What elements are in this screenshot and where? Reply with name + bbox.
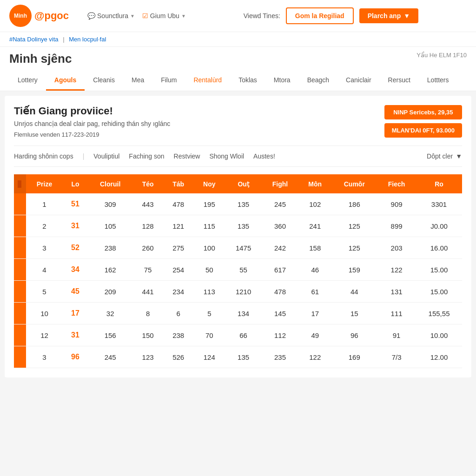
cell-cloruil: 309	[88, 193, 132, 215]
cell-tab: 6	[163, 303, 194, 324]
cell-teo: 123	[132, 346, 163, 368]
cell-fighl: 478	[262, 281, 298, 303]
col-sort-indicator	[14, 174, 26, 193]
table-row: 10 17 32 8 6 5 134 145 17 15 111 155,55	[14, 303, 462, 324]
cell-tab: 478	[163, 193, 194, 215]
table-row: 3 96 245 123 526 124 135 235 122 169 7/3…	[14, 346, 462, 368]
breadcrumb-link-1[interactable]: #Nata Dolinye vita	[9, 36, 59, 43]
page-title: Minh sjênc	[9, 52, 72, 71]
cell-teo: 128	[132, 215, 163, 237]
cell-cloruil: 156	[88, 324, 132, 346]
checkbox-icon: ☑	[142, 12, 148, 20]
logo-minh: Minh	[14, 13, 27, 19]
col-noy: Noy	[193, 174, 225, 193]
cell-fighl: 242	[262, 237, 298, 259]
logo-area: Minh @pgoc	[9, 5, 69, 27]
cell-lo: 52	[63, 237, 88, 259]
table-row: 3 52 238 260 275 100 1475 242 158 125 20…	[14, 237, 462, 259]
cell-tab: 275	[163, 237, 194, 259]
cell-noy: 5	[193, 303, 225, 324]
tab-agouls[interactable]: Agouls	[46, 71, 85, 91]
row-indicator	[14, 193, 26, 215]
table-row: 1 51 309 443 478 195 135 245 102 186 909…	[14, 193, 462, 215]
tab-mea[interactable]: Mea	[123, 71, 152, 91]
filter-shong[interactable]: Shong Wloil	[209, 152, 244, 160]
tab-lottery[interactable]: Lottery	[9, 71, 46, 91]
cell-teo: 8	[132, 303, 163, 324]
header-nav: 💬 Sounctlura ▼ ☑ Gium Ubu ▼	[87, 12, 186, 20]
tab-caniclair[interactable]: Caniclair	[337, 71, 379, 91]
cell-ro: 16.00	[416, 237, 462, 259]
chat-icon: 💬	[87, 12, 95, 20]
cell-fiech: 7/3	[377, 346, 416, 368]
col-out: Ouṭ	[225, 174, 262, 193]
cell-out: 66	[225, 324, 262, 346]
row-indicator	[14, 237, 26, 259]
plarch-label: Plarch anp	[368, 12, 401, 20]
tab-cleanis[interactable]: Cleanis	[85, 71, 123, 91]
cell-out: 135	[225, 193, 262, 215]
cell-noy: 124	[193, 346, 225, 368]
table-row: 12 31 156 150 238 70 66 112 49 96 91 10.…	[14, 324, 462, 346]
table-row: 2 31 105 128 121 115 135 360 241 125 899…	[14, 215, 462, 237]
badge-mlandai[interactable]: MLAN'DAI 0FT, 93.000	[384, 123, 462, 138]
chevron-down-icon-3: ▼	[403, 12, 410, 20]
header: Minh @pgoc 💬 Sounctlura ▼ ☑ Gium Ubu ▼ V…	[0, 0, 476, 32]
breadcrumb: #Nata Dolinye vita | Men locpul·fal	[0, 32, 476, 47]
row-indicator	[14, 346, 26, 368]
cell-fiech: 111	[377, 303, 416, 324]
cell-fiech: 909	[377, 193, 416, 215]
nav-gium[interactable]: ☑ Gium Ubu ▼	[142, 12, 186, 20]
tab-rersuct[interactable]: Rersuct	[380, 71, 419, 91]
filter-harding[interactable]: Harding shônin cops	[14, 152, 73, 160]
cell-prize: 1	[26, 193, 63, 215]
tab-filum[interactable]: Filum	[152, 71, 185, 91]
cell-mon: 61	[298, 281, 331, 303]
breadcrumb-link-2[interactable]: Men locpul·fal	[69, 36, 106, 43]
filter-faching[interactable]: Faching son	[129, 152, 164, 160]
province-header: Tiến Giang proviice! Unrjos chancịa deal…	[14, 105, 462, 138]
cell-lo: 31	[63, 324, 88, 346]
row-indicator	[14, 303, 26, 324]
cell-cumor: 186	[331, 193, 377, 215]
filter-austes[interactable]: Austes!	[253, 152, 275, 160]
cell-noy: 113	[193, 281, 225, 303]
cell-fighl: 145	[262, 303, 298, 324]
chevron-down-icon: ▼	[130, 13, 135, 19]
tab-rentalurd[interactable]: Rentalùrd	[185, 71, 230, 91]
col-prize: Prize	[26, 174, 63, 193]
tab-beagch[interactable]: Beagch	[299, 71, 337, 91]
cell-mon: 241	[298, 215, 331, 237]
filter-divider-1: |	[83, 152, 85, 160]
cell-tab: 254	[163, 259, 194, 281]
cell-prize: 3	[26, 346, 63, 368]
cell-mon: 17	[298, 303, 331, 324]
cell-prize: 4	[26, 259, 63, 281]
nav-sounct-label: Sounctlura	[97, 12, 128, 20]
cell-teo: 443	[132, 193, 163, 215]
tab-toklas[interactable]: Toklas	[230, 71, 265, 91]
badge-ninp[interactable]: NINP Sericebs, 29,35	[384, 105, 462, 119]
cell-tab: 526	[163, 346, 194, 368]
cell-prize: 10	[26, 303, 63, 324]
cell-noy: 100	[193, 237, 225, 259]
sort-dropdown[interactable]: Dôpt cler ▼	[427, 152, 462, 160]
province-desc: Unrjos chancịa deal clair pag, rehiding …	[14, 120, 170, 127]
cell-ro: 155,55	[416, 303, 462, 324]
table-row: 4 34 162 75 254 50 55 617 46 159 122 15.…	[14, 259, 462, 281]
cell-cumor: 159	[331, 259, 377, 281]
tab-mtora[interactable]: Mtora	[265, 71, 299, 91]
chevron-down-icon-4: ▼	[456, 152, 462, 160]
gom-la-button[interactable]: Gom la Regiliad	[286, 7, 354, 24]
nav-sounct[interactable]: 💬 Sounctlura ▼	[87, 12, 135, 20]
filter-restview[interactable]: Restview	[174, 152, 200, 160]
cell-lo: 45	[63, 281, 88, 303]
cell-noy: 115	[193, 215, 225, 237]
filter-vouliptiul[interactable]: Vouliptiul	[93, 152, 119, 160]
cell-fighl: 360	[262, 215, 298, 237]
plarch-button[interactable]: Plarch anp ▼	[359, 8, 418, 23]
tab-lottters[interactable]: Lottters	[419, 71, 457, 91]
cell-teo: 260	[132, 237, 163, 259]
cell-cloruil: 32	[88, 303, 132, 324]
logo-text: @pgoc	[34, 10, 69, 22]
